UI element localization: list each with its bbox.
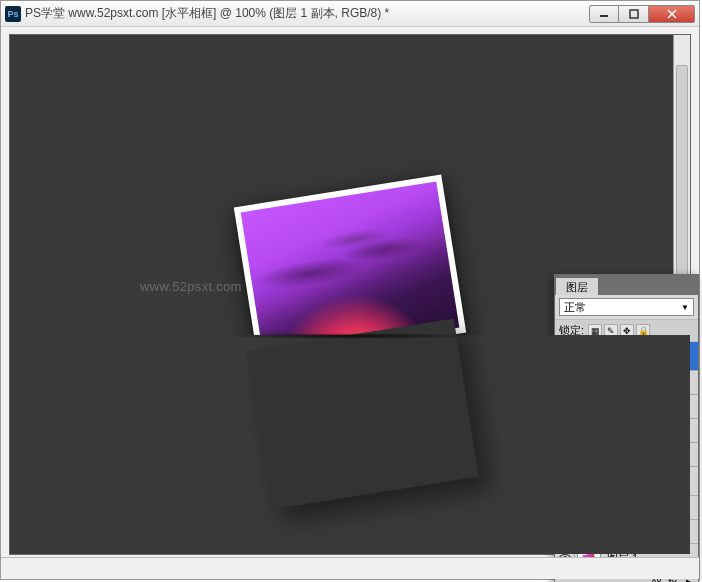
svg-rect-1 — [630, 10, 638, 18]
app-window: Ps PS学堂 www.52psxt.com [水平相框] @ 100% (图层… — [0, 0, 700, 580]
pocket-card — [246, 319, 478, 510]
blend-row: 正常 ▼ — [555, 295, 698, 320]
blend-mode-value: 正常 — [564, 300, 586, 315]
workspace: www.52psxt.com 100% 文档:878.9K/3.82M ▶ 图层… — [1, 28, 699, 557]
maximize-button[interactable] — [619, 5, 649, 23]
minimize-button[interactable] — [589, 5, 619, 23]
pocket-shadow — [220, 333, 480, 339]
app-icon: Ps — [5, 6, 21, 22]
statusbar — [1, 557, 699, 579]
panel-tabbar: 图层 — [555, 275, 698, 295]
watermark: www.52psxt.com — [140, 279, 242, 294]
scroll-thumb[interactable] — [676, 65, 688, 286]
close-button[interactable] — [649, 5, 695, 23]
pocket-front — [205, 335, 495, 519]
blend-mode-select[interactable]: 正常 ▼ — [559, 298, 694, 316]
window-title: PS学堂 www.52psxt.com [水平相框] @ 100% (图层 1 … — [25, 5, 589, 22]
chevron-down-icon: ▼ — [681, 303, 689, 312]
window-controls — [589, 5, 695, 23]
titlebar: Ps PS学堂 www.52psxt.com [水平相框] @ 100% (图层… — [1, 1, 699, 27]
tab-layers[interactable]: 图层 — [555, 277, 599, 295]
